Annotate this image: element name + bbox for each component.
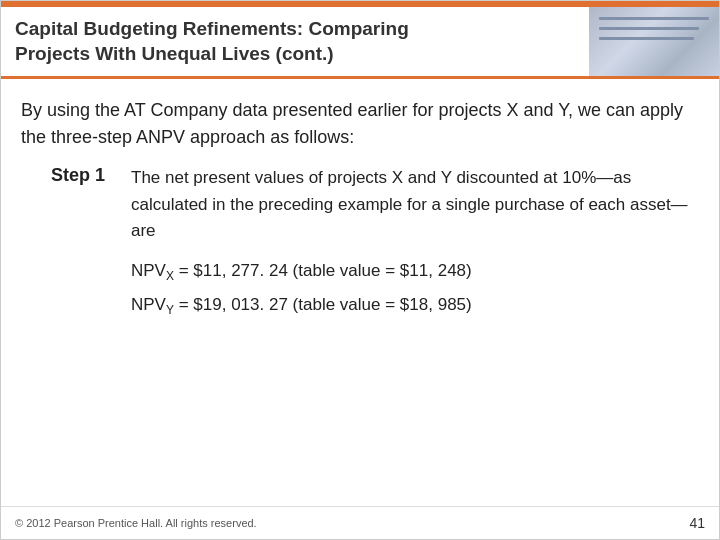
slide-content: By using the AT Company data presented e… (1, 79, 719, 506)
npvx-label: NPV (131, 261, 166, 280)
header-decorative-image (589, 7, 719, 76)
intro-paragraph: By using the AT Company data presented e… (21, 97, 699, 151)
npvx-subscript: X (166, 270, 174, 284)
slide-title: Capital Budgeting Refinements: Comparing… (15, 17, 409, 66)
decorative-lines (599, 37, 694, 40)
npvy-subscript: Y (166, 303, 174, 317)
slide-container: Capital Budgeting Refinements: Comparing… (0, 0, 720, 540)
step-1-label: Step 1 (51, 165, 131, 325)
step-1-content: The net present values of projects X and… (131, 165, 699, 325)
copyright-text: © 2012 Pearson Prentice Hall. All rights… (15, 517, 257, 529)
step-1-container: Step 1 The net present values of project… (51, 165, 699, 325)
npvy-line: NPVY = $19, 013. 27 (table value = $18, … (131, 292, 699, 319)
slide-header: Capital Budgeting Refinements: Comparing… (1, 7, 719, 79)
slide-footer: © 2012 Pearson Prentice Hall. All rights… (1, 506, 719, 539)
step-1-description: The net present values of projects X and… (131, 165, 699, 244)
npvy-value: = $19, 013. 27 (table value = $18, 985) (174, 295, 472, 314)
npvx-line: NPVX = $11, 277. 24 (table value = $11, … (131, 258, 699, 285)
npvx-value: = $11, 277. 24 (table value = $11, 248) (174, 261, 472, 280)
header-text-area: Capital Budgeting Refinements: Comparing… (1, 7, 589, 76)
page-number: 41 (689, 515, 705, 531)
npvy-label: NPV (131, 295, 166, 314)
